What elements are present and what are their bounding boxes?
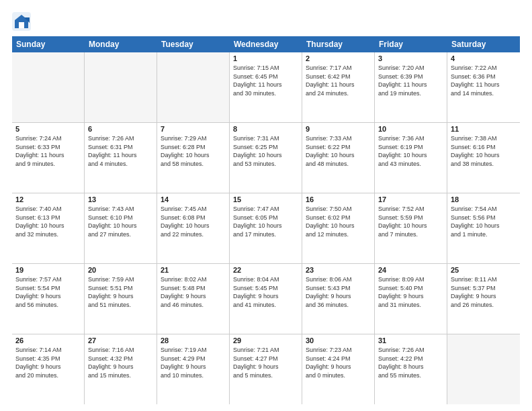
- calendar-cell: 25Sunrise: 8:11 AM Sunset: 5:37 PM Dayli…: [447, 264, 520, 334]
- day-number: 10: [378, 125, 443, 133]
- day-number: 31: [378, 336, 443, 345]
- day-number: 4: [451, 54, 517, 62]
- svg-rect-3: [19, 22, 24, 28]
- cell-info: Sunrise: 7:22 AM Sunset: 6:36 PM Dayligh…: [451, 64, 517, 97]
- calendar-cell: 10Sunrise: 7:36 AM Sunset: 6:19 PM Dayli…: [375, 123, 447, 193]
- day-number: 24: [378, 266, 443, 274]
- cell-info: Sunrise: 7:21 AM Sunset: 4:27 PM Dayligh…: [233, 346, 298, 379]
- day-number: 5: [15, 125, 81, 133]
- calendar-cell: 18Sunrise: 7:54 AM Sunset: 5:56 PM Dayli…: [447, 193, 520, 263]
- cell-info: Sunrise: 7:15 AM Sunset: 6:45 PM Dayligh…: [233, 64, 298, 97]
- cell-info: Sunrise: 7:17 AM Sunset: 6:42 PM Dayligh…: [306, 64, 371, 97]
- cell-info: Sunrise: 7:20 AM Sunset: 6:39 PM Dayligh…: [378, 64, 443, 97]
- calendar-cell: 11Sunrise: 7:38 AM Sunset: 6:16 PM Dayli…: [447, 123, 520, 193]
- day-number: 26: [15, 336, 81, 345]
- cell-info: Sunrise: 7:29 AM Sunset: 6:28 PM Dayligh…: [161, 134, 226, 168]
- calendar-cell: 5Sunrise: 7:24 AM Sunset: 6:33 PM Daylig…: [12, 123, 85, 193]
- calendar-body: 1Sunrise: 7:15 AM Sunset: 6:45 PM Daylig…: [12, 52, 520, 404]
- day-number: 13: [88, 195, 153, 203]
- day-number: 21: [161, 266, 226, 274]
- calendar-cell: 22Sunrise: 8:04 AM Sunset: 5:45 PM Dayli…: [230, 264, 302, 334]
- calendar-cell: 21Sunrise: 8:02 AM Sunset: 5:48 PM Dayli…: [157, 264, 230, 334]
- cell-info: Sunrise: 7:19 AM Sunset: 4:29 PM Dayligh…: [161, 346, 226, 379]
- calendar-cell: 4Sunrise: 7:22 AM Sunset: 6:36 PM Daylig…: [447, 52, 520, 122]
- day-number: 1: [233, 54, 298, 62]
- calendar-cell: 17Sunrise: 7:52 AM Sunset: 5:59 PM Dayli…: [375, 193, 447, 263]
- calendar-row: 5Sunrise: 7:24 AM Sunset: 6:33 PM Daylig…: [12, 123, 520, 193]
- weekday-header: Tuesday: [157, 36, 230, 52]
- weekday-header: Wednesday: [230, 36, 302, 52]
- calendar-cell: 24Sunrise: 8:09 AM Sunset: 5:40 PM Dayli…: [375, 264, 447, 334]
- calendar-cell: 20Sunrise: 7:59 AM Sunset: 5:51 PM Dayli…: [85, 264, 157, 334]
- day-number: 15: [233, 195, 298, 203]
- calendar: SundayMondayTuesdayWednesdayThursdayFrid…: [12, 36, 520, 404]
- cell-info: Sunrise: 7:31 AM Sunset: 6:25 PM Dayligh…: [233, 134, 298, 168]
- calendar-cell: 8Sunrise: 7:31 AM Sunset: 6:25 PM Daylig…: [230, 123, 302, 193]
- day-number: 29: [233, 336, 298, 345]
- cell-info: Sunrise: 7:33 AM Sunset: 6:22 PM Dayligh…: [306, 134, 371, 168]
- day-number: 30: [306, 336, 371, 345]
- day-number: 20: [88, 266, 153, 274]
- cell-info: Sunrise: 8:06 AM Sunset: 5:43 PM Dayligh…: [306, 275, 371, 309]
- cell-info: Sunrise: 7:50 AM Sunset: 6:02 PM Dayligh…: [306, 205, 371, 238]
- weekday-header: Sunday: [12, 36, 85, 52]
- weekday-header: Friday: [375, 36, 447, 52]
- cell-info: Sunrise: 7:16 AM Sunset: 4:32 PM Dayligh…: [88, 346, 153, 379]
- day-number: 27: [88, 336, 153, 345]
- calendar-cell: 31Sunrise: 7:26 AM Sunset: 4:22 PM Dayli…: [375, 334, 447, 404]
- calendar-cell: 6Sunrise: 7:26 AM Sunset: 6:31 PM Daylig…: [85, 123, 157, 193]
- calendar-cell: [447, 334, 520, 404]
- logo-icon: [12, 12, 31, 31]
- cell-info: Sunrise: 7:36 AM Sunset: 6:19 PM Dayligh…: [378, 134, 443, 168]
- cell-info: Sunrise: 7:54 AM Sunset: 5:56 PM Dayligh…: [451, 205, 517, 238]
- day-number: 16: [306, 195, 371, 203]
- day-number: 11: [451, 125, 517, 133]
- cell-info: Sunrise: 7:23 AM Sunset: 4:24 PM Dayligh…: [306, 346, 371, 379]
- cell-info: Sunrise: 7:40 AM Sunset: 6:13 PM Dayligh…: [15, 205, 81, 238]
- day-number: 12: [15, 195, 81, 203]
- calendar-cell: 19Sunrise: 7:57 AM Sunset: 5:54 PM Dayli…: [12, 264, 85, 334]
- cell-info: Sunrise: 8:02 AM Sunset: 5:48 PM Dayligh…: [161, 275, 226, 309]
- cell-info: Sunrise: 7:52 AM Sunset: 5:59 PM Dayligh…: [378, 205, 443, 238]
- cell-info: Sunrise: 7:14 AM Sunset: 4:35 PM Dayligh…: [15, 346, 81, 379]
- cell-info: Sunrise: 7:45 AM Sunset: 6:08 PM Dayligh…: [161, 205, 226, 238]
- calendar-cell: 27Sunrise: 7:16 AM Sunset: 4:32 PM Dayli…: [85, 334, 157, 404]
- weekday-header: Thursday: [302, 36, 375, 52]
- day-number: 7: [161, 125, 226, 133]
- day-number: 25: [451, 266, 517, 274]
- calendar-row: 19Sunrise: 7:57 AM Sunset: 5:54 PM Dayli…: [12, 264, 520, 334]
- calendar-cell: 9Sunrise: 7:33 AM Sunset: 6:22 PM Daylig…: [302, 123, 375, 193]
- day-number: 23: [306, 266, 371, 274]
- day-number: 6: [88, 125, 153, 133]
- day-number: 2: [306, 54, 371, 62]
- day-number: 28: [161, 336, 226, 345]
- calendar-cell: 23Sunrise: 8:06 AM Sunset: 5:43 PM Dayli…: [302, 264, 375, 334]
- calendar-cell: 26Sunrise: 7:14 AM Sunset: 4:35 PM Dayli…: [12, 334, 85, 404]
- day-number: 3: [378, 54, 443, 62]
- calendar-cell: 28Sunrise: 7:19 AM Sunset: 4:29 PM Dayli…: [157, 334, 230, 404]
- cell-info: Sunrise: 7:57 AM Sunset: 5:54 PM Dayligh…: [15, 275, 81, 309]
- cell-info: Sunrise: 7:59 AM Sunset: 5:51 PM Dayligh…: [88, 275, 153, 309]
- day-number: 22: [233, 266, 298, 274]
- calendar-row: 26Sunrise: 7:14 AM Sunset: 4:35 PM Dayli…: [12, 334, 520, 404]
- cell-info: Sunrise: 7:26 AM Sunset: 6:31 PM Dayligh…: [88, 134, 153, 168]
- day-number: 8: [233, 125, 298, 133]
- calendar-cell: [85, 52, 157, 122]
- cell-info: Sunrise: 7:38 AM Sunset: 6:16 PM Dayligh…: [451, 134, 517, 168]
- calendar-cell: 13Sunrise: 7:43 AM Sunset: 6:10 PM Dayli…: [85, 193, 157, 263]
- day-number: 19: [15, 266, 81, 274]
- calendar-row: 12Sunrise: 7:40 AM Sunset: 6:13 PM Dayli…: [12, 193, 520, 264]
- calendar-row: 1Sunrise: 7:15 AM Sunset: 6:45 PM Daylig…: [12, 52, 520, 123]
- weekday-header: Monday: [85, 36, 157, 52]
- weekday-header: Saturday: [447, 36, 520, 52]
- page-header: [12, 12, 520, 31]
- logo: [12, 12, 34, 31]
- cell-info: Sunrise: 8:09 AM Sunset: 5:40 PM Dayligh…: [378, 275, 443, 309]
- calendar-cell: 14Sunrise: 7:45 AM Sunset: 6:08 PM Dayli…: [157, 193, 230, 263]
- cell-info: Sunrise: 8:11 AM Sunset: 5:37 PM Dayligh…: [451, 275, 517, 309]
- calendar-cell: 29Sunrise: 7:21 AM Sunset: 4:27 PM Dayli…: [230, 334, 302, 404]
- calendar-cell: 15Sunrise: 7:47 AM Sunset: 6:05 PM Dayli…: [230, 193, 302, 263]
- calendar-cell: 16Sunrise: 7:50 AM Sunset: 6:02 PM Dayli…: [302, 193, 375, 263]
- calendar-cell: 1Sunrise: 7:15 AM Sunset: 6:45 PM Daylig…: [230, 52, 302, 122]
- cell-info: Sunrise: 8:04 AM Sunset: 5:45 PM Dayligh…: [233, 275, 298, 309]
